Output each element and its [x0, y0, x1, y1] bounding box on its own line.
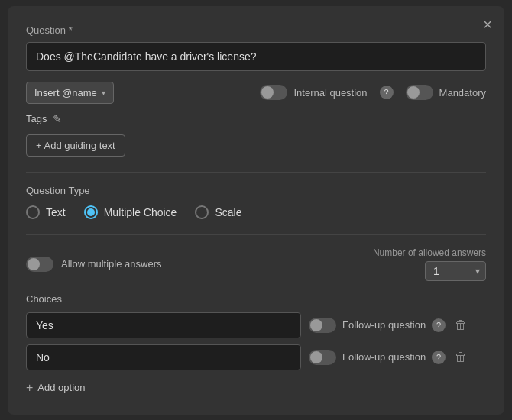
tags-edit-icon[interactable]: ✎: [53, 113, 62, 125]
delete-choice-no-icon[interactable]: 🗑: [455, 351, 467, 364]
delete-choice-yes-icon[interactable]: 🗑: [455, 318, 467, 332]
radio-text-label: Text: [46, 206, 66, 218]
number-allowed-select-wrapper: 1 2 3 4 5: [425, 261, 486, 281]
allow-multiple-toggle[interactable]: [26, 257, 53, 272]
choice-input-yes[interactable]: [26, 312, 301, 338]
followup-help-icon-no[interactable]: ?: [432, 351, 446, 364]
choice-row-no: Follow-up question ? 🗑: [26, 344, 486, 370]
mandatory-label: Mandatory: [439, 87, 486, 99]
followup-group-no: Follow-up question ? 🗑: [309, 350, 467, 365]
allow-multiple-group: Allow multiple answers: [26, 257, 162, 272]
radio-multiple-choice[interactable]: Multiple Choice: [84, 205, 177, 219]
followup-group-yes: Follow-up question ? 🗑: [309, 318, 467, 333]
question-type-label: Question Type: [26, 185, 486, 196]
allow-multiple-label: Allow multiple answers: [61, 258, 162, 270]
internal-question-toggle[interactable]: [260, 85, 287, 100]
add-option-button[interactable]: + Add option: [26, 376, 86, 399]
internal-question-help-icon[interactable]: ?: [380, 86, 394, 99]
tags-label: Tags: [26, 113, 47, 124]
number-allowed-label: Number of allowed answers: [373, 247, 486, 258]
number-allowed-select[interactable]: 1 2 3 4 5: [425, 261, 486, 281]
internal-question-group: Internal question: [260, 85, 367, 100]
choice-row-yes: Follow-up question ? 🗑: [26, 312, 486, 338]
radio-multiple-choice-label: Multiple Choice: [104, 206, 177, 218]
followup-toggle-yes[interactable]: [309, 318, 336, 333]
radio-text-circle: [26, 205, 40, 219]
add-guiding-text-label: + Add guiding text: [36, 140, 115, 151]
question-input[interactable]: [26, 42, 486, 71]
question-type-radio-group: Text Multiple Choice Scale: [26, 205, 486, 219]
choice-input-no[interactable]: [26, 344, 301, 370]
internal-question-label: Internal question: [293, 87, 367, 99]
mandatory-group: Mandatory: [406, 85, 486, 100]
radio-text[interactable]: Text: [26, 205, 66, 219]
close-button[interactable]: ×: [483, 17, 492, 32]
followup-label-yes: Follow-up question: [342, 319, 426, 331]
chevron-down-icon: ▾: [102, 89, 105, 97]
radio-scale[interactable]: Scale: [195, 205, 241, 219]
allow-answers-row: Allow multiple answers Number of allowed…: [26, 247, 486, 281]
insert-name-button[interactable]: Insert @name ▾: [26, 82, 114, 104]
add-guiding-text-button[interactable]: + Add guiding text: [26, 134, 125, 157]
choices-label: Choices: [26, 293, 486, 305]
radio-scale-circle: [195, 205, 209, 219]
mandatory-toggle[interactable]: [406, 85, 433, 100]
number-allowed-group: Number of allowed answers 1 2 3 4 5: [373, 247, 486, 281]
modal: × Question * Insert @name ▾ Internal que…: [8, 6, 504, 415]
question-label: Question *: [26, 24, 486, 36]
radio-scale-label: Scale: [215, 206, 241, 218]
add-option-label: Add option: [37, 382, 85, 393]
insert-name-label: Insert @name: [34, 87, 97, 99]
followup-help-icon-yes[interactable]: ?: [432, 318, 446, 332]
add-option-plus-icon: +: [26, 381, 33, 395]
followup-toggle-no[interactable]: [309, 350, 336, 365]
followup-label-no: Follow-up question: [342, 351, 426, 363]
radio-multiple-choice-circle: [84, 205, 98, 219]
